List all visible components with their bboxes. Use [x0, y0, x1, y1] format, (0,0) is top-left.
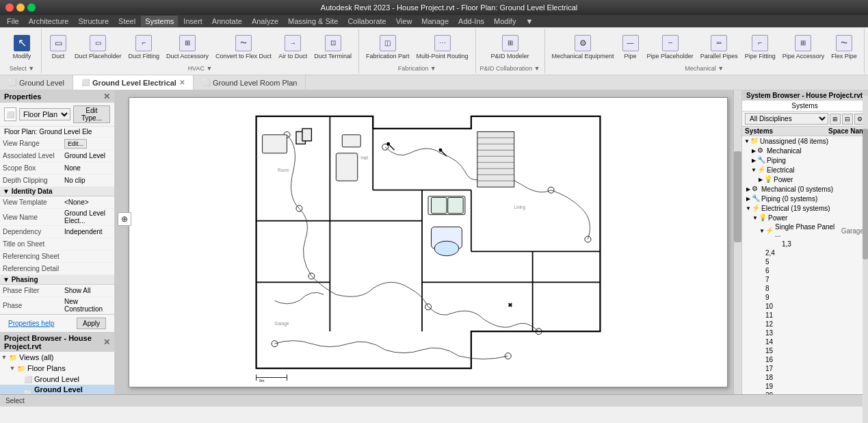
property-type-row: ⬜ Floor Plan Edit Type...: [0, 103, 114, 127]
pipe-fitting-button[interactable]: ⌐ Pipe Fitting: [742, 34, 778, 61]
systems-tab[interactable]: Systems: [742, 101, 868, 111]
tab-ground-level-electrical[interactable]: ⬜ Ground Level Electrical ✕: [73, 75, 194, 90]
project-browser-close-button[interactable]: ✕: [103, 337, 110, 347]
sys-circuit-10[interactable]: 10: [742, 302, 868, 311]
menu-massing[interactable]: Massing & Site: [284, 16, 342, 27]
sys-circuit-17[interactable]: 17: [742, 364, 868, 373]
pipe-button[interactable]: — Pipe: [618, 34, 643, 61]
maximize-button[interactable]: [27, 3, 36, 12]
sys-circuit-6[interactable]: 6: [742, 266, 868, 275]
apply-button[interactable]: Apply: [77, 318, 106, 329]
app-title: Autodesk Revit 2023 - House Project.rvt …: [36, 3, 863, 12]
modify-button[interactable]: ↖ Modify: [7, 34, 37, 61]
ribbon-group-hvac: ▭ Duct ▭ Duct Placeholder ⌐ Duct Fitting…: [42, 29, 359, 73]
menu-steel[interactable]: Steel: [114, 16, 140, 27]
parallel-pipes-button[interactable]: ═ Parallel Pipes: [698, 34, 741, 61]
tree-views-all[interactable]: ▼ 📁 Views (all): [0, 352, 114, 363]
menu-collaborate[interactable]: Collaborate: [343, 16, 390, 27]
right-panel-scrollbar[interactable]: [863, 129, 868, 259]
pipe-accessory-button[interactable]: ⊞ Pipe Accessory: [780, 34, 828, 61]
menu-structure[interactable]: Structure: [74, 16, 113, 27]
close-tab-icon[interactable]: ✕: [179, 79, 185, 86]
sys-circuit-8[interactable]: 8: [742, 284, 868, 293]
discipline-filter[interactable]: All Disciplines: [745, 113, 828, 125]
flex-pipe-button[interactable]: 〜 Flex Pipe: [828, 34, 860, 61]
sys-circuit-15[interactable]: 15: [742, 346, 868, 355]
sys-electrical[interactable]: ▼ ⚡ Electrical: [742, 165, 868, 175]
duct-fitting-button[interactable]: ⌐ Duct Fitting: [126, 34, 163, 61]
tab-ground-level-room-plan[interactable]: ⬜ Ground Level Room Plan: [194, 75, 306, 90]
menu-manage[interactable]: Manage: [417, 16, 453, 27]
menu-analyze[interactable]: Analyze: [248, 16, 282, 27]
drawing-canvas[interactable]: ✕ Room Hall Living Garage 5m: [129, 97, 728, 387]
sys-circuit-13b[interactable]: 13: [742, 329, 868, 337]
sys-mechanical-0[interactable]: ▶ ⚙ Mechanical (0 systems): [742, 184, 868, 194]
identity-data-section[interactable]: ▼ Identity Data: [0, 187, 114, 196]
edit-type-button[interactable]: Edit Type...: [73, 105, 110, 123]
sys-single-phase-panel[interactable]: ▼ ⚡ Single Phase Panel ... Garage: [742, 222, 868, 239]
phasing-section[interactable]: ▼ Phasing: [0, 275, 114, 285]
multipoint-routing-button[interactable]: ⋯ Multi-Point Routing: [414, 34, 471, 61]
duct-accessory-button[interactable]: ⊞ Duct Accessory: [163, 34, 211, 61]
menu-systems[interactable]: Systems: [141, 16, 178, 27]
sys-circuit-14[interactable]: 14: [742, 337, 868, 346]
menu-modify[interactable]: Modify: [490, 16, 520, 27]
sys-circuit-11[interactable]: 11: [742, 311, 868, 320]
air-to-duct-button[interactable]: → Air to Duct: [276, 34, 310, 61]
duct-terminal-button[interactable]: ⊡ Duct Terminal: [311, 34, 354, 61]
window-controls[interactable]: [5, 3, 36, 12]
sys-expand-button[interactable]: ⊞: [830, 114, 841, 125]
phase-value: New Construction: [64, 298, 111, 313]
mech-equipment-button[interactable]: ⚙ Mechanical Equipment: [549, 34, 617, 61]
properties-close-button[interactable]: ✕: [103, 92, 110, 101]
depth-clipping-row: Depth Clipping No clip: [0, 175, 114, 187]
sys-circuit-19[interactable]: 19: [742, 382, 868, 391]
view-range-edit-button[interactable]: Edit...: [64, 139, 87, 149]
duct-button[interactable]: ▭ Duct: [46, 34, 70, 61]
fabrication-part-button[interactable]: ◫ Fabrication Part: [363, 34, 412, 61]
convert-flex-duct-button[interactable]: 〜 Convert to Flex Duct: [213, 34, 274, 61]
duct-placeholder-button[interactable]: ▭ Duct Placeholder: [72, 34, 124, 61]
canvas-area[interactable]: + − ⌂ ⊕: [115, 90, 741, 394]
sys-collapse-button[interactable]: ⊟: [842, 114, 853, 125]
sys-circuit-20[interactable]: 20: [742, 391, 868, 394]
tree-ground-level-electrical[interactable]: ⬜ Ground Level Electrical: [0, 385, 114, 394]
modify-label: Modify: [13, 53, 31, 60]
tree-ground-level[interactable]: ⬜ Ground Level: [0, 374, 114, 385]
tree-floor-plans[interactable]: ▼ 📁 Floor Plans: [0, 363, 114, 374]
pipe-placeholder-button[interactable]: ╌ Pipe Placeholder: [644, 34, 696, 61]
tab-ground-level[interactable]: ⬜ Ground Level: [0, 75, 73, 90]
menu-annotate[interactable]: Annotate: [208, 16, 246, 27]
sys-piping[interactable]: ▶ 🔧 Piping: [742, 155, 868, 165]
menu-addins[interactable]: Add-Ins: [454, 16, 488, 27]
svg-point-41: [434, 241, 459, 256]
sys-power-main[interactable]: ▼ 💡 Power: [742, 213, 868, 222]
sys-circuit-24[interactable]: 2,4: [742, 248, 868, 257]
sys-circuit-5[interactable]: 5: [742, 257, 868, 266]
sys-circuit-9[interactable]: 9: [742, 293, 868, 302]
vertical-scrollbar[interactable]: [734, 151, 741, 242]
minimize-button[interactable]: [16, 3, 25, 12]
properties-help-link[interactable]: Properties help: [4, 318, 58, 329]
pan-button[interactable]: ⊕: [118, 212, 131, 226]
sys-unassigned[interactable]: ▼ 📁 Unassigned (48 items): [742, 136, 868, 146]
sys-circuit-13[interactable]: 1,3: [742, 239, 868, 248]
menu-arrow[interactable]: ▼: [521, 16, 537, 27]
menu-view[interactable]: View: [392, 16, 417, 27]
pid-modeler-button[interactable]: ⊞ P&ID Modeler: [488, 34, 532, 61]
sys-circuit-12[interactable]: 12: [742, 320, 868, 329]
associated-level-value: Ground Level: [64, 152, 111, 159]
menu-insert[interactable]: Insert: [179, 16, 207, 27]
menubar: File Architecture Structure Steel System…: [0, 15, 868, 27]
sys-circuit-16[interactable]: 16: [742, 355, 868, 364]
sys-circuit-7[interactable]: 7: [742, 275, 868, 284]
view-type-select[interactable]: Floor Plan: [19, 108, 70, 120]
sys-mechanical[interactable]: ▶ ⚙ Mechanical: [742, 146, 868, 155]
sys-electrical-19[interactable]: ▼ ⚡ Electrical (19 systems): [742, 203, 868, 213]
sys-power-sub[interactable]: ▶ 💡 Power: [742, 175, 868, 184]
close-button[interactable]: [5, 3, 14, 12]
sys-piping-0[interactable]: ▶ 🔧 Piping (0 systems): [742, 194, 868, 203]
sys-circuit-18[interactable]: 18: [742, 373, 868, 382]
menu-file[interactable]: File: [3, 16, 23, 27]
menu-architecture[interactable]: Architecture: [25, 16, 73, 27]
